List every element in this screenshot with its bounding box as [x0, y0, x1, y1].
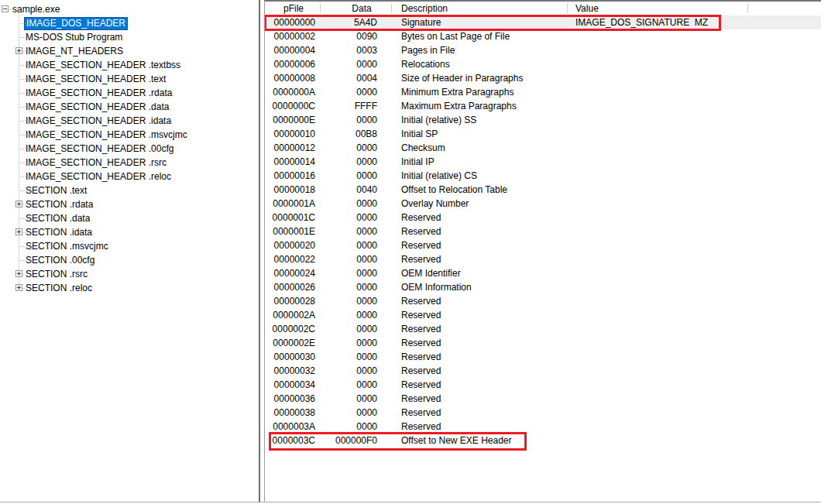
table-row[interactable]: 000000320000Reserved — [265, 364, 821, 378]
tree-item-section-msvcjmc[interactable]: SECTION .msvcjmc — [0, 239, 259, 253]
expand-plus-icon[interactable] — [15, 284, 22, 291]
table-row[interactable]: 0000000E0000Initial (relative) SS — [265, 113, 821, 127]
tree-connector-stub — [19, 121, 26, 122]
table-row[interactable]: 000000180040Offset to Relocation Table — [265, 183, 821, 197]
column-header-pfile[interactable]: pFile — [272, 2, 315, 15]
table-row[interactable]: 000000120000Checksum — [265, 141, 821, 155]
column-separator[interactable] — [747, 3, 748, 13]
tree-item-sample-exe[interactable]: sample.exe — [0, 2, 259, 16]
table-row[interactable]: 0000001E0000Reserved — [265, 225, 821, 238]
tree-connector-stub — [19, 260, 26, 261]
description-cell: Overlay Number — [401, 197, 469, 211]
table-row[interactable]: 0000003A0000Reserved — [265, 420, 821, 434]
data-cell: 0000 — [322, 280, 377, 294]
table-row[interactable]: 0000001000B8Initial SP — [265, 127, 821, 141]
column-separator[interactable] — [391, 3, 392, 13]
table-row[interactable]: 000000360000Reserved — [265, 392, 821, 406]
table-row[interactable]: 000000380000Reserved — [265, 406, 821, 420]
description-cell: Reserved — [401, 378, 441, 392]
tree-item-label: SECTION .data — [24, 213, 91, 225]
tree-item-label: IMAGE_SECTION_HEADER .reloc — [24, 171, 173, 183]
tree-item-label: IMAGE_SECTION_HEADER .msvcjmc — [24, 129, 189, 141]
table-row[interactable]: 0000002A0000Reserved — [265, 308, 821, 322]
expand-plus-icon[interactable] — [15, 47, 22, 54]
table-row[interactable]: 000000200000Reserved — [265, 238, 821, 252]
tree-connector-stub — [19, 37, 26, 38]
tree-item-image-section-header-rdata[interactable]: IMAGE_SECTION_HEADER .rdata — [0, 86, 259, 100]
table-row[interactable]: 000000280000Reserved — [265, 294, 821, 308]
expand-plus-icon[interactable] — [15, 270, 22, 277]
tree-item-section-reloc[interactable]: SECTION .reloc — [0, 281, 259, 295]
tree-item-image-section-header-rsrc[interactable]: IMAGE_SECTION_HEADER .rsrc — [0, 156, 259, 170]
table-row[interactable]: 000000060000Relocations — [265, 57, 821, 71]
table-row[interactable]: 000000040003Pages in File — [265, 43, 821, 57]
tree-item-image-nt-headers[interactable]: IMAGE_NT_HEADERS — [0, 44, 259, 58]
data-cell: 0000 — [322, 406, 377, 420]
table-row[interactable]: 000000140000Initial IP — [265, 155, 821, 169]
data-cell: 0004 — [322, 71, 377, 85]
description-cell: Initial (relative) SS — [401, 113, 476, 127]
description-cell: Bytes on Last Page of File — [401, 29, 510, 43]
expand-plus-icon[interactable] — [15, 201, 22, 207]
table-row[interactable]: 000000080004Size of Header in Paragraphs — [265, 71, 821, 85]
tree-connector-stub — [19, 135, 26, 135]
window-bottom-border — [0, 502, 821, 502]
column-separator[interactable] — [320, 3, 321, 13]
table-row[interactable]: 0000000CFFFFMaximum Extra Paragraphs — [265, 99, 821, 113]
table-row[interactable]: 000000005A4DSignatureIMAGE_DOS_SIGNATURE… — [265, 15, 821, 29]
pfile-cell: 0000003A — [272, 420, 315, 434]
description-cell: Reserved — [401, 252, 441, 266]
description-cell: Checksum — [401, 141, 445, 155]
data-cell: 0000 — [322, 322, 377, 336]
pfile-cell: 0000002E — [272, 336, 315, 350]
table-row[interactable]: 000000240000OEM Identifier — [265, 266, 821, 280]
tree-item-label: SECTION .00cfg — [24, 255, 96, 266]
column-header-data[interactable]: Data — [338, 2, 385, 15]
description-cell: Reserved — [401, 336, 441, 350]
tree-item-section-00cfg[interactable]: SECTION .00cfg — [0, 253, 259, 267]
tree-item-image-section-header-msvcjmc[interactable]: IMAGE_SECTION_HEADER .msvcjmc — [0, 128, 259, 142]
table-row[interactable]: 000000160000Initial (relative) CS — [265, 169, 821, 183]
tree-item-image-section-header-data[interactable]: IMAGE_SECTION_HEADER .data — [0, 100, 259, 114]
pfile-cell: 00000006 — [272, 57, 315, 71]
expand-plus-icon[interactable] — [15, 228, 22, 235]
tree-connector-stub — [19, 218, 26, 219]
tree-item-section-text[interactable]: SECTION .text — [0, 183, 259, 197]
table-row[interactable]: 0000001A0000Overlay Number — [265, 197, 821, 211]
collapse-minus-icon[interactable] — [2, 5, 9, 12]
table-row[interactable]: 000000300000Reserved — [265, 350, 821, 364]
data-cell: 0000 — [322, 336, 377, 350]
tree-item-image-section-header-textbss[interactable]: IMAGE_SECTION_HEADER .textbss — [0, 58, 259, 72]
description-cell: Minimum Extra Paragraphs — [401, 85, 514, 99]
tree-item-image-section-header-idata[interactable]: IMAGE_SECTION_HEADER .idata — [0, 114, 259, 128]
tree-item-section-idata[interactable]: SECTION .idata — [0, 225, 259, 239]
tree-item-label: IMAGE_SECTION_HEADER .00cfg — [24, 143, 175, 155]
description-cell: Reserved — [401, 350, 441, 364]
pfile-cell: 00000000 — [272, 15, 315, 29]
tree-item-image-section-header-reloc[interactable]: IMAGE_SECTION_HEADER .reloc — [0, 170, 259, 183]
tree-item-ms-dos-stub-program[interactable]: MS-DOS Stub Program — [0, 30, 259, 44]
tree-item-section-rdata[interactable]: SECTION .rdata — [0, 197, 259, 211]
description-cell: Initial (relative) CS — [401, 169, 477, 183]
table-row[interactable]: 000000340000Reserved — [265, 378, 821, 392]
column-header-description[interactable]: Description — [401, 2, 448, 15]
column-separator[interactable] — [567, 3, 568, 13]
table-row[interactable]: 0000000A0000Minimum Extra Paragraphs — [265, 85, 821, 99]
tree-item-image-section-header-00cfg[interactable]: IMAGE_SECTION_HEADER .00cfg — [0, 142, 259, 156]
table-row[interactable]: 000000260000OEM Information — [265, 280, 821, 294]
description-cell: Reserved — [401, 308, 441, 322]
column-header-value[interactable]: Value — [575, 2, 599, 15]
table-row[interactable]: 000000020090Bytes on Last Page of File — [265, 29, 821, 43]
tree-item-image-dos-header[interactable]: IMAGE_DOS_HEADER — [0, 16, 259, 30]
tree-item-image-section-header-text[interactable]: IMAGE_SECTION_HEADER .text — [0, 72, 259, 86]
table-row[interactable]: 000000220000Reserved — [265, 252, 821, 266]
data-cell: 0000 — [322, 420, 377, 434]
table-row[interactable]: 0000002E0000Reserved — [265, 336, 821, 350]
table-row[interactable]: 0000003C000000F0Offset to New EXE Header — [265, 434, 821, 447]
tree-connector-stub — [19, 246, 26, 247]
pfile-cell: 00000038 — [272, 406, 315, 420]
tree-item-section-rsrc[interactable]: SECTION .rsrc — [0, 267, 259, 281]
table-row[interactable]: 0000001C0000Reserved — [265, 211, 821, 225]
tree-item-section-data[interactable]: SECTION .data — [0, 211, 259, 225]
table-row[interactable]: 0000002C0000Reserved — [265, 322, 821, 336]
